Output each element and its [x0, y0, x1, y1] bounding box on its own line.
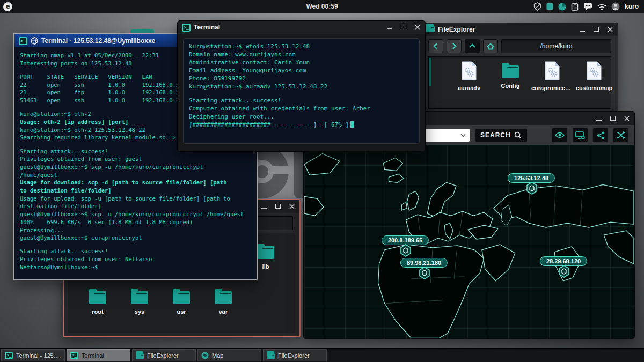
terminal-line: Privileges obtained from user: Nettarso: [20, 255, 251, 263]
node-hexagon-icon: [526, 182, 538, 195]
node-hexagon-icon: [558, 265, 570, 278]
share-icon: [597, 131, 605, 139]
search-button[interactable]: SEARCH: [474, 128, 528, 142]
taskbar-item-label: Map: [212, 352, 223, 359]
taskbar-item-label: Terminal: [82, 352, 104, 359]
file-item[interactable]: var: [202, 287, 244, 315]
taskbar: >_Terminal - 125.53…>_TerminalFileExplor…: [0, 348, 644, 362]
folder-icon: [426, 25, 435, 34]
file-item[interactable]: auraadv: [448, 61, 490, 91]
search-button-label: SEARCH: [480, 131, 511, 139]
file-item[interactable]: sys: [119, 287, 160, 315]
file-item[interactable]: usr: [160, 287, 202, 315]
terminal-line: Deciphering user root...: [189, 113, 414, 121]
clipboard-icon[interactable]: [571, 2, 579, 11]
terminal-line: Usage for upload: scp -u [path to source…: [20, 195, 251, 203]
terminal-window: >_ Terminal kuro@station:~$ whois 125.53…: [177, 20, 426, 152]
terminal-cursor: [350, 121, 354, 128]
eye-button[interactable]: [552, 128, 568, 143]
titlebar[interactable]: >_ Terminal: [178, 21, 425, 34]
file-name: curaproniccry…: [531, 85, 573, 91]
ip-node-marker[interactable]: [400, 244, 412, 259]
binary-file-icon: [587, 61, 602, 80]
close-button[interactable]: [414, 24, 421, 31]
search-icon: [514, 131, 522, 139]
remote-screen-button[interactable]: [572, 128, 588, 143]
file-item[interactable]: curaproniccry…: [531, 61, 573, 91]
taskbar-item-label: FileExplorer: [278, 352, 310, 359]
up-button[interactable]: [465, 39, 480, 53]
folder-icon: [502, 65, 519, 78]
terminal-line: guest@Uymillboxxe:~$ scp -u /home/kuro/c…: [20, 163, 251, 171]
minimize-button[interactable]: [596, 115, 602, 122]
file-name: Config: [489, 83, 531, 89]
globe-icon: [201, 352, 209, 359]
taskbar-item-label: FileExplorer: [147, 352, 179, 359]
file-name: customnmap: [573, 85, 615, 91]
ip-node-marker[interactable]: [558, 265, 570, 280]
terminal-output[interactable]: kuro@station:~$ whois 125.53.12.48Domain…: [183, 38, 420, 144]
address-bar[interactable]: /home/kuro: [501, 39, 611, 53]
shuffle-button[interactable]: [613, 128, 629, 143]
taskbar-item[interactable]: FileExplorer: [263, 349, 327, 361]
folder-icon: [215, 291, 232, 304]
node-hexagon-icon: [400, 244, 412, 257]
minimize-button[interactable]: [386, 24, 393, 31]
taskbar-item[interactable]: >_Terminal: [67, 349, 130, 361]
maximize-button[interactable]: [400, 24, 407, 31]
taskbar-item[interactable]: FileExplorer: [132, 349, 196, 361]
close-button[interactable]: [624, 115, 630, 122]
window-title: Terminal: [194, 24, 220, 31]
chat-icon[interactable]: [583, 2, 592, 11]
maximize-button[interactable]: [610, 115, 616, 122]
share-button[interactable]: [592, 128, 609, 143]
terminal-line: Starting attack...success!: [20, 247, 251, 255]
terminal-line: Processing...: [20, 226, 251, 234]
terminal-line: guest@Uymillboxxe:~$ curaproniccrypt: [20, 234, 251, 242]
close-button[interactable]: [289, 203, 295, 210]
username-label[interactable]: kuro: [625, 3, 639, 10]
terminal-line: Domain name: www.qurijayos.com: [189, 50, 414, 58]
terminal-icon: >_: [5, 352, 13, 359]
terminal-icon: >_: [70, 352, 78, 359]
binary-file-icon: [462, 61, 477, 80]
file-item[interactable]: Config: [489, 61, 531, 89]
taskbar-item[interactable]: >_Terminal - 125.53…: [1, 349, 65, 361]
folder-icon: [136, 353, 144, 359]
minimize-button[interactable]: [261, 203, 267, 210]
terminal-line: Privileges obtained from user: guest: [20, 155, 251, 163]
wifi-icon[interactable]: [597, 3, 606, 10]
ip-node-marker[interactable]: [526, 182, 538, 197]
terminal-line: /home/guest: [20, 171, 251, 179]
terminal-line: Starting attack...success!: [189, 97, 414, 105]
terminal-icon: >_: [182, 24, 191, 32]
back-button[interactable]: [428, 39, 443, 53]
minimize-button[interactable]: [579, 26, 586, 33]
terminal-line: Email address: Youn@qurijayos.com: [189, 67, 414, 75]
remote-screen-icon: [575, 131, 585, 139]
node-hexagon-icon: [419, 267, 430, 279]
maximize-button[interactable]: [275, 203, 281, 210]
world-map[interactable]: 125.53.12.48200.8.189.6589.98.21.18028.2…: [304, 145, 634, 338]
close-button[interactable]: [607, 26, 613, 33]
shield-slash-icon[interactable]: [533, 2, 541, 11]
scrollbar[interactable]: [429, 58, 431, 86]
teal-pie-icon[interactable]: [558, 3, 566, 11]
forward-button[interactable]: [447, 39, 462, 53]
desktop: OPER FileExplorer librootsysusrvar >_: [0, 0, 644, 362]
menubar: e Wed 00:59 kuro: [0, 0, 644, 13]
terminal-line: Nettarso@Uymillboxxe:~$: [20, 263, 251, 271]
teal-square-icon[interactable]: [546, 3, 553, 10]
file-item[interactable]: customnmap: [573, 61, 615, 91]
home-button[interactable]: [483, 39, 498, 53]
titlebar[interactable]: FileExplorer: [422, 23, 618, 36]
avatar-icon[interactable]: [611, 2, 620, 11]
terminal-line: destination file/folder]: [20, 202, 251, 210]
ip-node-marker[interactable]: [419, 267, 430, 282]
file-name: var: [202, 308, 244, 315]
file-item[interactable]: root: [77, 287, 119, 315]
terminal-line: kuro@station:~$ auraadv 125.53.12.48 22: [189, 83, 414, 91]
maximize-button[interactable]: [593, 26, 599, 33]
terminal-line: Usage for download: scp -d [path to sour…: [20, 179, 251, 187]
taskbar-item[interactable]: Map: [197, 349, 261, 361]
